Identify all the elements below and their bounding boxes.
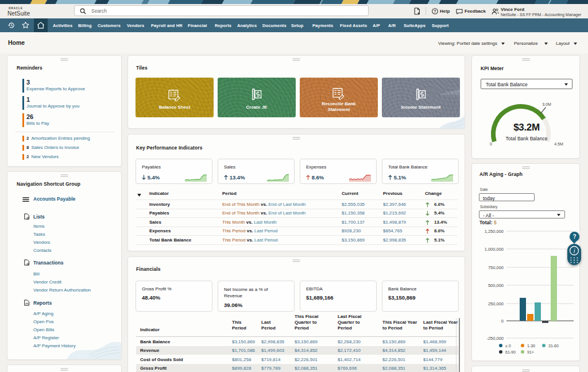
svg-text:i: i <box>574 248 575 254</box>
svg-text:61-90: 61-90 <box>505 350 516 354</box>
svg-text:250,000: 250,000 <box>488 301 504 306</box>
svg-text:1-30: 1-30 <box>527 344 535 348</box>
svg-text:4.5M: 4.5M <box>554 142 563 146</box>
svg-text:3.0M: 3.0M <box>542 102 551 106</box>
svg-text:-250,000: -250,000 <box>486 336 504 341</box>
svg-text:$3.2M: $3.2M <box>513 122 540 133</box>
svg-text:?: ? <box>434 9 436 14</box>
svg-text:91+: 91+ <box>527 350 534 354</box>
svg-text:1,000,000: 1,000,000 <box>485 247 504 252</box>
svg-text:750,000: 750,000 <box>488 265 504 270</box>
svg-text:0: 0 <box>490 142 492 146</box>
svg-text:0: 0 <box>501 319 504 324</box>
svg-text:≤ 0: ≤ 0 <box>505 344 511 348</box>
svg-text:500,000: 500,000 <box>488 283 504 288</box>
svg-text:1,250,000: 1,250,000 <box>485 229 504 234</box>
svg-text:Total Bank Balance: Total Bank Balance <box>506 136 548 141</box>
svg-text:31-60: 31-60 <box>548 344 559 348</box>
